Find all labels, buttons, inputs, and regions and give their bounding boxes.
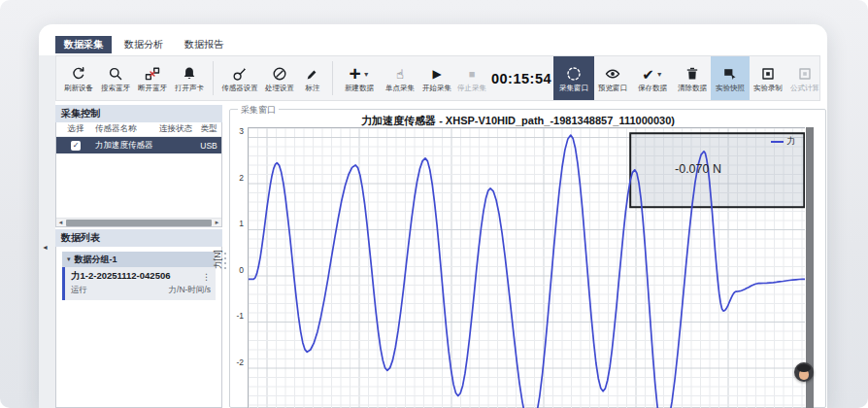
trash-icon xyxy=(684,65,700,84)
chevron-down-icon: ▾ xyxy=(67,255,71,263)
play-icon: ▶ xyxy=(432,65,441,84)
sensor-checkbox[interactable]: ✓ xyxy=(71,141,81,151)
annotate-button[interactable]: 标注 xyxy=(298,56,327,100)
y-tick: 3 xyxy=(226,126,244,136)
tab-data-report[interactable]: 数据报告 xyxy=(176,36,232,53)
scroll-right-icon[interactable]: ► xyxy=(213,220,221,225)
legend-label: 力 xyxy=(786,135,795,148)
eye-icon xyxy=(605,65,620,84)
list-item[interactable]: 力1-2-20251112-042506 ⋮ 运行 力/N-时间/s xyxy=(62,267,216,300)
stop-icon: ■ xyxy=(469,65,476,84)
sensor-table-header: 选择 传感器名称 连接状态 类型 xyxy=(56,122,221,137)
main-tabbar: 数据采集 数据分析 数据报告 xyxy=(55,36,232,52)
disconnect-bluetooth-button[interactable]: 断开蓝牙 xyxy=(134,56,171,100)
bell-icon xyxy=(182,65,197,84)
scrollbar-thumb[interactable] xyxy=(66,220,212,226)
clear-data-button[interactable]: 清除数据 xyxy=(674,56,711,100)
hand-point-icon: ☝ xyxy=(396,65,404,84)
sensor-name: 力加速度传感器 xyxy=(95,140,155,152)
assistant-avatar-button[interactable] xyxy=(794,362,814,382)
y-tick: 0 xyxy=(226,265,244,275)
y-tick: 1 xyxy=(226,219,244,228)
experiment-record-button[interactable]: 实验录制 xyxy=(750,56,786,100)
collect-control-panel: 采集控制 选择 传感器名称 连接状态 类型 ✓ 力加速度传感器 USB ◄ xyxy=(55,105,222,227)
refresh-icon xyxy=(71,65,86,84)
marker-icon xyxy=(305,65,320,84)
new-data-button[interactable]: +▼ 新建数据 xyxy=(338,56,381,100)
table-row[interactable]: ✓ 力加速度传感器 USB xyxy=(56,137,221,153)
toolbar: 刷新设备 搜索蓝牙 断开蓝牙 打开声卡 xyxy=(55,55,820,101)
y-tick: -1 xyxy=(226,311,244,321)
app-canvas: ◄ 数据采集 数据分析 数据报告 刷新设备 搜索蓝牙 xyxy=(0,0,868,408)
data-item-status: 运行 xyxy=(71,285,87,296)
snapshot-icon xyxy=(722,65,738,84)
check-icon: ✔▼ xyxy=(642,65,663,84)
y-tick: 2 xyxy=(226,173,244,183)
bluetooth-disconnect-icon xyxy=(145,65,160,84)
process-settings-button[interactable]: 处理设置 xyxy=(261,56,298,100)
sensor-settings-icon xyxy=(232,65,248,84)
search-bluetooth-button[interactable]: 搜索蓝牙 xyxy=(97,56,134,100)
sensor-settings-button[interactable]: 传感器设置 xyxy=(218,56,261,100)
collect-control-header: 采集控制 xyxy=(55,105,222,122)
left-gutter xyxy=(39,55,55,408)
chart-plot-area[interactable]: 力 -0.070 N xyxy=(248,127,805,408)
data-item-axes: 力/N-时间/s xyxy=(169,285,211,296)
collect-timer: 00:15:54 xyxy=(489,56,553,100)
single-point-collect-button[interactable]: ☝ 单点采集 xyxy=(381,56,419,100)
formula-calc-button[interactable]: 公式计算 xyxy=(786,56,820,100)
edit-circle-icon xyxy=(272,65,287,84)
dashed-circle-icon xyxy=(566,65,582,84)
kebab-menu-icon[interactable]: ⋮ xyxy=(202,272,211,282)
panel-collapse-arrow[interactable]: ◄ xyxy=(42,244,49,251)
tab-data-collect[interactable]: 数据采集 xyxy=(55,36,112,53)
tab-data-analysis[interactable]: 数据分析 xyxy=(116,36,172,53)
data-item-title: 力1-2-20251112-042506 xyxy=(71,270,170,283)
chevron-down-icon: ▼ xyxy=(656,71,663,78)
sensor-type: USB xyxy=(196,141,221,151)
refresh-device-button[interactable]: 刷新设备 xyxy=(60,56,97,100)
legend-line-swatch xyxy=(771,141,784,143)
search-icon xyxy=(108,65,123,84)
data-list-body: ▾ 数据分组-1 力1-2-20251112-042506 ⋮ 运行 力/N-时… xyxy=(55,247,222,408)
start-collect-button[interactable]: ▶ 开始采集 xyxy=(419,56,454,100)
experiment-snapshot-button[interactable]: 实验快照 xyxy=(711,56,750,100)
toolbar-separator xyxy=(213,61,214,95)
sensor-table: 选择 传感器名称 连接状态 类型 ✓ 力加速度传感器 USB ◄ ► xyxy=(55,122,222,227)
record-frame-icon xyxy=(760,65,776,84)
y-axis-label: 力[N] xyxy=(213,250,224,268)
horizontal-scrollbar[interactable]: ◄ ► xyxy=(56,218,221,226)
y-tick: -2 xyxy=(226,357,244,367)
chevron-down-icon: ▼ xyxy=(363,71,370,78)
preview-window-button[interactable]: 预览窗口 xyxy=(594,56,631,100)
value-annotation: -0.070 N xyxy=(645,162,751,176)
collect-window-button[interactable]: 采集窗口 xyxy=(553,56,594,100)
formula-frame-icon xyxy=(797,65,813,84)
collect-window-groupbox: 采集窗口 力加速度传感器 - XHSP-V10HID_path_-1981348… xyxy=(229,109,826,408)
data-list-header: 数据列表 xyxy=(55,229,222,247)
scroll-left-icon[interactable]: ◄ xyxy=(56,220,65,225)
app-window: ◄ 数据采集 数据分析 数据报告 刷新设备 搜索蓝牙 xyxy=(39,24,827,408)
toolbar-separator xyxy=(332,61,333,95)
stop-collect-button[interactable]: ■ 停止采集 xyxy=(454,56,489,100)
plus-icon: +▼ xyxy=(349,65,369,84)
data-list-panel: 数据列表 ▾ 数据分组-1 力1-2-20251112-042506 ⋮ 运行 … xyxy=(55,229,222,408)
chart-title: 力加速度传感器 - XHSP-V10HID_path_-1981348857_1… xyxy=(230,114,806,128)
open-soundcard-button[interactable]: 打开声卡 xyxy=(171,56,208,100)
save-data-button[interactable]: ✔▼ 保存数据 xyxy=(631,56,674,100)
data-group-row[interactable]: ▾ 数据分组-1 xyxy=(62,252,216,267)
data-group-label: 数据分组-1 xyxy=(75,254,117,266)
chart-legend: 力 xyxy=(771,135,795,148)
